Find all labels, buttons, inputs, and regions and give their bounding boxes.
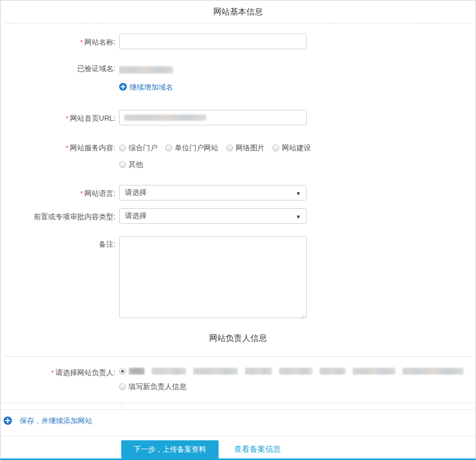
service-option-other-label: 其他 [128,160,143,168]
radio-service-construction[interactable] [272,145,279,151]
footer-actions: 下一步，上传备案资料 查看备案信息 [1,436,475,458]
language-label-wrap: *网站语言: [1,185,116,198]
service-option-portal[interactable]: 综合门户 [119,143,157,152]
radio-existing-contact[interactable] [119,368,126,375]
new-contact-option-line: 填写新负责人信息 [119,382,475,391]
service-option-construction-label: 网站建设 [282,143,311,152]
contact-select-label-wrap: *请选择网站负责人: [1,367,116,378]
contact-select-label: 请选择网站负责人: [55,368,116,377]
save-and-add-site-label: 保存，并继续添加网站 [20,416,92,426]
site-name-label: 网站名称: [84,38,116,46]
contact-redacted-segment [152,368,186,375]
remark-textarea[interactable] [119,236,307,318]
section-title-basic-info: 网站基本信息 [1,1,475,23]
section-title-contact-info: 网站负责人信息 [1,334,475,343]
contact-redacted-segment [193,368,238,375]
service-option-portal-label: 综合门户 [128,143,157,152]
required-marker: * [80,38,83,46]
verified-domain-row: 已验证域名: [1,64,475,74]
textarea-resize-handle-icon[interactable] [300,312,305,317]
service-option-construction[interactable]: 网站建设 [272,143,311,152]
add-domain-link-label: 继续增加域名 [129,83,173,92]
approval-type-select[interactable]: 请选择 [119,208,307,224]
contact-redacted-segment [279,368,312,375]
service-content-label-wrap: *网站服务内容: [1,143,116,153]
radio-service-portal[interactable] [119,145,126,151]
homepage-url-input[interactable] [119,110,307,125]
language-select-value: 请选择 [125,188,147,197]
remark-label: 备注: [99,240,116,248]
approval-type-label-wrap: 前置或专项审批内容类型: [1,208,116,221]
contact-select-row: *请选择网站负责人: 填写新负责人信息 [1,367,475,391]
save-and-add-site-link[interactable]: 保存，并继续添加网站 [4,416,92,426]
required-marker: * [66,114,68,122]
remark-row: 备注: [1,236,475,320]
required-marker: * [80,190,83,197]
approval-type-row: 前置或专项审批内容类型: 请选择 [1,208,475,224]
contact-redacted-name [129,368,145,375]
site-name-label-wrap: *网站名称: [1,34,116,47]
language-label: 网站语言: [84,189,116,197]
verified-domain-redacted-value [119,66,173,74]
existing-contact-option[interactable] [119,368,475,375]
approval-type-label: 前置或专项审批内容类型: [34,212,116,221]
divider-dashed-contact [5,356,471,357]
remark-label-wrap: 备注: [1,236,116,249]
service-option-images-label: 网络图片 [236,143,265,152]
service-option-images[interactable]: 网络图片 [226,143,265,152]
required-marker: * [66,144,68,152]
required-marker: * [51,369,54,377]
divider-dashed-top [5,23,471,23]
dropdown-arrow-icon [296,211,301,221]
contact-redacted-segment [245,368,272,375]
view-filing-info-link[interactable]: 查看备案信息 [234,444,281,454]
plus-circle-icon [119,83,127,92]
radio-service-other[interactable] [119,161,126,168]
add-domain-link[interactable]: 继续增加域名 [119,83,173,92]
radio-service-unit-portal[interactable] [165,145,172,151]
homepage-url-label-wrap: *网站首页URL: [1,110,116,123]
homepage-url-redacted-value [124,114,206,121]
service-options-line1: 综合门户 单位门户网站 网络图片 网站建设 [119,143,475,152]
dropdown-arrow-icon [296,188,301,197]
site-name-input[interactable] [119,34,307,49]
service-option-unit-portal[interactable]: 单位门户网站 [165,143,218,152]
service-options-line2: 其他 [119,160,475,169]
new-contact-option-label: 填写新负责人信息 [128,382,186,391]
language-select[interactable]: 请选择 [119,185,307,200]
language-row: *网站语言: 请选择 [1,185,475,200]
service-content-label: 网站服务内容: [70,143,116,152]
service-option-other[interactable]: 其他 [119,160,143,169]
form-table-column-divider [121,403,122,409]
plus-circle-icon [4,416,12,426]
new-contact-option[interactable]: 填写新负责人信息 [119,382,186,391]
contact-redacted-segment [320,368,345,375]
website-filing-form: 网站基本信息 *网站名称: 已验证域名: 继续增加域名 *网站首页URL: [0,0,476,460]
next-step-button[interactable]: 下一步，上传备案资料 [121,440,219,458]
site-name-row: *网站名称: [1,34,475,49]
contact-redacted-segment [353,368,395,375]
verified-domain-label-wrap: 已验证域名: [1,64,116,73]
approval-type-select-value: 请选择 [125,211,147,221]
homepage-url-row: *网站首页URL: [1,110,475,125]
save-row: 保存，并继续添加网站 [1,415,475,427]
service-option-unit-portal-label: 单位门户网站 [175,143,218,152]
add-domain-row: 继续增加域名 [1,83,475,93]
contact-redacted-segment [402,368,464,375]
service-content-row: *网站服务内容: 综合门户 单位门户网站 网络图片 网站建设 其他 [1,143,475,169]
form-table-footer-border [1,403,475,410]
verified-domain-label: 已验证域名: [77,64,116,73]
radio-service-images[interactable] [226,145,233,151]
homepage-url-label: 网站首页URL: [70,114,116,122]
radio-new-contact[interactable] [119,383,126,390]
